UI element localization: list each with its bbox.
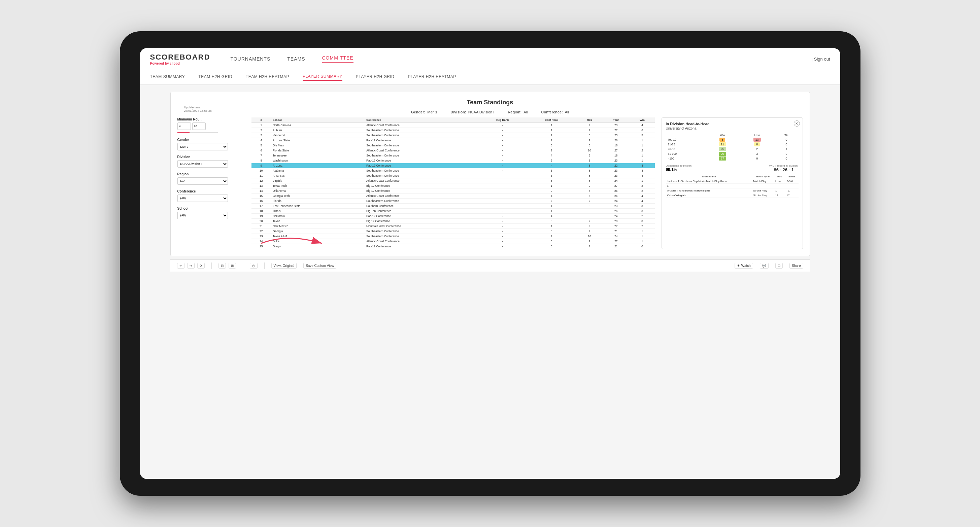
cell-num: 15 — [251, 194, 271, 198]
table-row[interactable]: 17 East Tennessee State Southern Confere… — [251, 203, 655, 209]
col-reg-rank: Reg Rank — [479, 117, 526, 123]
h2h-tie-cell: 0 — [774, 142, 798, 147]
cell-reg-rank: - — [479, 178, 526, 183]
cell-num: 20 — [251, 219, 271, 224]
toolbar-share[interactable]: Share — [789, 263, 803, 268]
table-row[interactable]: 22 Georgia Southeastern Conference - 8 7… — [251, 229, 655, 234]
toolbar-save-custom[interactable]: Save Custom View — [303, 263, 336, 268]
table-row[interactable]: 20 Texas Big 12 Conference - 3 7 20 0 — [251, 219, 655, 224]
table-row[interactable]: 14 Oklahoma Big 12 Conference - 2 8 26 2 — [251, 189, 655, 194]
table-row[interactable]: 15 Georgia Tech Atlantic Coast Conferenc… — [251, 194, 655, 198]
subnav-team-h2h-heatmap[interactable]: TEAM H2H HEATMAP — [246, 75, 289, 81]
school-select[interactable]: (All) — [177, 212, 228, 219]
cell-school: North Carolina — [271, 123, 364, 128]
table-row[interactable]: 10 Alabama Southeastern Conference - 5 8… — [251, 168, 655, 173]
cell-conf-rank: 2 — [526, 158, 577, 163]
table-row[interactable]: 4 Arizona State Pac-12 Conference - 1 9 … — [251, 138, 655, 143]
cell-conference: Southeastern Conference — [364, 234, 479, 239]
table-row[interactable]: 7 Tennessee Southeastern Conference - 4 … — [251, 153, 655, 158]
h2h-tie-header: Tie — [774, 133, 798, 137]
table-row[interactable]: 8 Washington Pac-12 Conference - 2 8 23 … — [251, 158, 655, 163]
toolbar-view-original[interactable]: View: Original — [271, 263, 297, 268]
table-row[interactable]: 16 Florida Southeastern Conference - 7 7… — [251, 198, 655, 203]
cell-tour: 23 — [602, 173, 630, 178]
table-row[interactable]: 24 Duke Atlantic Coast Conference - 5 9 … — [251, 239, 655, 244]
toolbar-watch[interactable]: 👁 Watch — [735, 263, 753, 268]
toolbar-grid[interactable]: ⊡ — [775, 263, 783, 268]
cell-school: New Mexico — [271, 224, 364, 229]
cell-num: 1 — [251, 123, 271, 128]
toolbar-zoom-in[interactable]: ⊞ — [229, 263, 236, 268]
cell-conference: Big 12 Conference — [364, 219, 479, 224]
table-row[interactable]: 19 California Pac-12 Conference - 4 8 24… — [251, 214, 655, 219]
table-row[interactable]: 6 Florida State Atlantic Coast Conferenc… — [251, 148, 655, 153]
content-area: Minimum Rou... Gender — [177, 117, 803, 249]
subnav-player-summary[interactable]: PLAYER SUMMARY — [303, 74, 342, 81]
toolbar-refresh[interactable]: ⟳ — [197, 263, 205, 268]
nav-teams[interactable]: TEAMS — [287, 56, 305, 62]
conference-select[interactable]: (All) — [177, 195, 228, 202]
panel-title: Team Standings — [467, 99, 514, 106]
h2h-row: 26-50 25 2 1 — [666, 147, 799, 151]
region-select[interactable]: N/A — [177, 177, 228, 185]
table-row[interactable]: 18 Illinois Big Ten Conference - 1 9 26 … — [251, 209, 655, 214]
table-row[interactable]: 25 Oregon Pac-12 Conference - 5 7 21 0 — [251, 244, 655, 249]
min-rounds-input[interactable] — [177, 122, 191, 130]
nav-tournaments[interactable]: TOURNAMENTS — [230, 56, 270, 62]
table-row[interactable]: 5 Ole Miss Southeastern Conference - 3 6… — [251, 143, 655, 148]
gender-select[interactable]: Men's — [177, 143, 228, 151]
subnav-player-h2h-grid[interactable]: PLAYER H2H GRID — [356, 75, 395, 81]
cell-conference: Pac-12 Conference — [364, 138, 479, 143]
toolbar-clock[interactable]: ◷ — [250, 263, 258, 268]
cell-conf-rank: 1 — [526, 183, 577, 189]
min-rounds-slider[interactable] — [177, 132, 218, 133]
cell-rds: 8 — [577, 163, 602, 168]
cell-win: 1 — [630, 158, 655, 163]
cell-win: 5 — [630, 133, 655, 138]
col-num: # — [251, 117, 271, 123]
toolbar-redo[interactable]: ↪ — [187, 263, 194, 268]
region-select-label: Region — [177, 172, 245, 176]
cell-win: 3 — [630, 209, 655, 214]
table-row[interactable]: 12 Virginia Atlantic Coast Conference - … — [251, 178, 655, 183]
cell-school: Washington — [271, 158, 364, 163]
col-pos: Pos — [774, 174, 786, 179]
cell-school: Auburn — [271, 128, 364, 133]
subnav-team-summary[interactable]: TEAM SUMMARY — [150, 75, 185, 81]
h2h-close-button[interactable]: ✕ — [794, 121, 800, 127]
table-row[interactable]: 23 Texas A&M Southeastern Conference - 9… — [251, 234, 655, 239]
toolbar-comment[interactable]: 💬 — [760, 263, 768, 268]
table-row[interactable]: 3 Vanderbilt Southeastern Conference - 2… — [251, 133, 655, 138]
tournament-score: 17 — [786, 193, 799, 198]
table-row[interactable]: 2 Auburn Southeastern Conference - 1 9 2… — [251, 128, 655, 133]
table-row[interactable]: 11 Arkansas Southeastern Conference - 6 … — [251, 173, 655, 178]
cell-rds: 8 — [577, 158, 602, 163]
table-row[interactable]: 9 Arizona Pac-12 Conference - - 8 22 3 — [251, 163, 655, 168]
table-row[interactable]: 13 Texas Tech Big 12 Conference - 1 9 27… — [251, 183, 655, 189]
cell-num: 19 — [251, 214, 271, 219]
division-select[interactable]: NCAA Division I — [177, 160, 228, 168]
cell-reg-rank: - — [479, 143, 526, 148]
toolbar-zoom-out[interactable]: ⊟ — [218, 263, 226, 268]
cell-school: Texas — [271, 219, 364, 224]
h2h-row: Top 10 3 13 0 — [666, 137, 799, 142]
nav-committee[interactable]: COMMITTEE — [322, 55, 353, 63]
subnav-player-h2h-heatmap[interactable]: PLAYER H2H HEATMAP — [408, 75, 456, 81]
cell-reg-rank: - — [479, 168, 526, 173]
cell-conf-rank: 3 — [526, 178, 577, 183]
cell-conference: Southeastern Conference — [364, 168, 479, 173]
cell-conf-rank: 3 — [526, 219, 577, 224]
subnav-team-h2h-grid[interactable]: TEAM H2H GRID — [198, 75, 232, 81]
table-row[interactable]: 1 North Carolina Atlantic Coast Conferen… — [251, 123, 655, 128]
h2h-tie-cell: 0 — [774, 151, 798, 156]
school-select-section: School (All) — [177, 206, 245, 219]
min-rounds-max-input[interactable] — [192, 122, 206, 130]
sign-out-button[interactable]: | Sign out — [812, 57, 830, 62]
toolbar-undo[interactable]: ↩ — [177, 263, 185, 268]
h2h-loss-cell: 8 — [740, 142, 774, 147]
table-row[interactable]: 21 New Mexico Mountain West Conference -… — [251, 224, 655, 229]
tablet-frame: SCOREBOARD Powered by clippd TOURNAMENTS… — [120, 31, 861, 496]
cell-tour: 27 — [602, 128, 630, 133]
col-conf-rank: Conf Rank — [526, 117, 577, 123]
cell-conf-rank: 1 — [526, 123, 577, 128]
